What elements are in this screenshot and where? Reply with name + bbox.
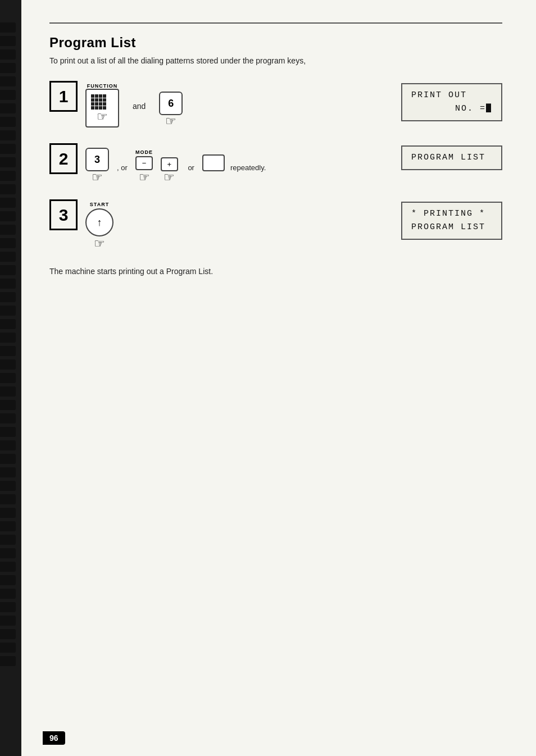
binding-tab (0, 63, 16, 73)
step-1-lcd-area: PRINT OUT NO. =█ (390, 81, 502, 121)
binding-tab (0, 359, 16, 370)
function-key-group: FUNCTION ☞ (85, 83, 119, 127)
binding-tab (0, 144, 16, 154)
binding-tab (0, 373, 16, 383)
mode-plus-group: + ☞ (158, 148, 180, 184)
step-3-keys: START ↑ ☞ (85, 199, 113, 250)
binding-tab (0, 36, 16, 46)
start-key: ↑ (85, 208, 113, 236)
lcd-line1-2: PROGRAM LIST (411, 151, 492, 165)
mode-label: MODE (135, 149, 153, 155)
step-3-number: 3 (49, 199, 78, 230)
binding-tab (0, 252, 16, 262)
page-number: 96 (43, 731, 65, 745)
binding-tab (0, 508, 16, 518)
binding-tab (0, 184, 16, 194)
binding-tab (0, 265, 16, 275)
lcd-line1-3: * PRINTING * (411, 207, 492, 221)
binding-tab (0, 575, 16, 585)
page-title: Program List (49, 35, 502, 51)
binding-tab (0, 198, 16, 208)
lcd-line2: NO. =█ (411, 102, 492, 116)
binding-tab (0, 225, 16, 235)
step-1-keys: FUNCTION ☞ and (85, 81, 183, 127)
binding-tab (0, 22, 16, 33)
binding-tab (0, 616, 16, 626)
function-label: FUNCTION (87, 83, 118, 89)
top-divider (49, 22, 502, 24)
step-2-lcd-area: PROGRAM LIST (390, 143, 502, 170)
binding-tab (0, 49, 16, 60)
subtitle: To print out a list of all the dialing p… (49, 56, 502, 65)
binding-tab (0, 319, 16, 329)
description: The machine starts printing out a Progra… (49, 266, 240, 277)
lcd-display-1: PRINT OUT NO. =█ (401, 83, 502, 121)
binding-tab (0, 346, 16, 356)
lcd-display-3: * PRINTING * PROGRAM LIST (401, 202, 502, 240)
binding-tab (0, 76, 16, 86)
or1-text: , or (115, 158, 130, 172)
binding-tab (0, 494, 16, 504)
key-3: 3 (85, 148, 109, 171)
blank-key (202, 154, 225, 171)
binding-tab (0, 171, 16, 181)
lcd-line1: PRINT OUT (411, 89, 492, 102)
finger-icon-4: ☞ (139, 171, 150, 184)
binding-tab (0, 481, 16, 491)
start-label: START (90, 202, 109, 207)
repeatedly-text: repeatedly. (230, 158, 266, 172)
binding-tab (0, 306, 16, 316)
arrow-up-icon: ↑ (97, 217, 102, 229)
or2-text: or (185, 158, 197, 172)
binding-tab (0, 454, 16, 464)
step-1-number: 1 (49, 81, 78, 112)
mode-plus-key: + (161, 157, 179, 171)
grid-icon (91, 94, 113, 110)
binding-tab (0, 292, 16, 302)
mode-minus-key: − (135, 156, 153, 170)
binding-tab (0, 548, 16, 558)
main-page: Program List To print out a list of all … (21, 0, 536, 756)
binding-tab (0, 467, 16, 477)
binding-tab (0, 427, 16, 437)
finger-icon-2: ☞ (165, 115, 176, 127)
step-2-row: 2 3 ☞ , or MODE − ☞ (49, 143, 502, 184)
binding-tab (0, 103, 16, 113)
and-text: and (130, 96, 148, 115)
binding-tab (0, 130, 16, 140)
binding-tab (0, 521, 16, 531)
binding-tab (0, 643, 16, 653)
binding-tab (0, 589, 16, 599)
blank-key-group: ☞ (202, 145, 225, 184)
binding-tab (0, 629, 16, 639)
key-6: 6 (159, 92, 183, 115)
binding-tab (0, 535, 16, 545)
binding-tab (0, 400, 16, 410)
key-3-group: 3 ☞ (85, 148, 109, 184)
finger-icon-1: ☞ (91, 111, 113, 123)
binding-tab (0, 413, 16, 423)
binding-tab (0, 562, 16, 572)
step-1-row: 1 FUNCTION ☞ (49, 81, 502, 127)
binding-tab (0, 238, 16, 248)
finger-icon-3: ☞ (92, 171, 103, 184)
step-3-lcd-area: * PRINTING * PROGRAM LIST (390, 199, 502, 240)
start-key-group: START ↑ ☞ (85, 202, 113, 250)
binding-tab (0, 440, 16, 450)
binding-tab (0, 333, 16, 343)
finger-icon-7: ☞ (94, 238, 105, 250)
lcd-line2-3: PROGRAM LIST (411, 221, 492, 234)
step-3-row: 3 START ↑ ☞ * PRINTING * PROGRAM LIST (49, 199, 502, 250)
binding-tab (0, 90, 16, 100)
step-2-keys: 3 ☞ , or MODE − ☞ (85, 143, 266, 184)
step-2-number: 2 (49, 143, 78, 174)
mode-minus-group: MODE − ☞ (135, 149, 153, 184)
binding-strip (0, 0, 21, 756)
binding-tab (0, 211, 16, 221)
lcd-display-2: PROGRAM LIST (401, 145, 502, 170)
binding-tab (0, 602, 16, 612)
binding-tab (0, 279, 16, 289)
key-6-group: 6 ☞ (159, 92, 183, 127)
binding-tab (0, 117, 16, 127)
binding-tab (0, 157, 16, 167)
